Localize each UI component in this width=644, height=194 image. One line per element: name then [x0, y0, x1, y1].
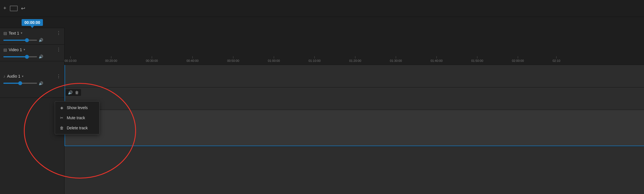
video1-volume-slider[interactable] — [3, 56, 37, 57]
text1-track-content — [65, 65, 644, 87]
mute-track-item[interactable]: ✂ Mute track — [55, 113, 99, 123]
mute-track-icon: ✂ — [59, 116, 64, 120]
audio-track-icon: ♪ — [3, 74, 5, 78]
undo-button[interactable]: ↩ — [21, 5, 25, 12]
ruler-mark-5: 01:00:00 — [268, 56, 280, 62]
delete-track-item[interactable]: 🗑 Delete track — [55, 123, 99, 133]
playhead-line-text1 — [65, 65, 65, 87]
audio-waveform: // Generate waveform bars (function(){ v… — [65, 110, 644, 146]
ruler-mark-7: 01:20:00 — [349, 56, 361, 62]
audio1-track-content: // Generate waveform bars (function(){ v… — [65, 110, 644, 146]
audio1-volume-icon: 🔊 — [39, 81, 43, 85]
video1-dropdown-btn[interactable]: ▾ — [24, 48, 25, 51]
ruler-mark-8: 01:30:00 — [390, 56, 402, 62]
mute-track-label: Mute track — [67, 116, 85, 120]
video1-menu-btn[interactable]: ⋮ — [56, 47, 61, 52]
show-levels-label: Show levels — [67, 105, 88, 110]
text1-track-name: Text 1 — [9, 31, 19, 35]
audio1-dropdown-btn[interactable]: ▾ — [22, 75, 24, 78]
text-track-icon: ▤ — [3, 31, 7, 35]
track-label-text1: ▤ Text 1 ▾ ⋮ 🔊 — [0, 28, 65, 45]
show-levels-item[interactable]: ◈ Show levels — [55, 103, 99, 113]
text1-volume-slider[interactable] — [3, 40, 37, 41]
ruler-mark-6: 01:10:00 — [309, 56, 321, 62]
empty-timeline-area — [65, 146, 644, 194]
delete-track-icon: 🗑 — [59, 126, 64, 130]
track-label-video1: ▤ Video 1 ▾ ⋮ 🔊 — [0, 45, 65, 61]
video1-volume-icon: 🔊 — [39, 55, 43, 59]
add-button[interactable]: + — [3, 5, 6, 11]
text1-volume-icon: 🔊 — [39, 38, 43, 42]
playhead-time: 00:00:00 — [22, 19, 43, 26]
video1-inline-controls: 🔊 🗑 — [66, 89, 81, 96]
text1-dropdown-btn[interactable]: ▾ — [21, 31, 22, 35]
show-levels-icon: ◈ — [59, 105, 64, 110]
text1-menu-btn[interactable]: ⋮ — [56, 30, 61, 36]
ruler-mark-10: 01:50:00 — [471, 56, 483, 62]
ruler-mark-3: 00:40:00 — [187, 56, 199, 62]
video1-track-content: 🔊 🗑 — [65, 87, 644, 110]
video1-volume-btn[interactable]: 🔊 — [68, 90, 73, 95]
ruler-mark-1: 00:20:00 — [105, 56, 117, 62]
video-track-icon: ▤ — [3, 48, 7, 52]
context-menu: ◈ Show levels ✂ Mute track 🗑 Delete trac… — [55, 101, 100, 134]
ruler-mark-12: 02:10 — [553, 56, 560, 62]
audio1-track-name: Audio 1 — [7, 74, 20, 78]
ruler-mark-9: 01:40:00 — [431, 56, 443, 62]
svg-rect-0 — [65, 110, 644, 146]
video1-delete-btn[interactable]: 🗑 — [75, 90, 79, 95]
timeline-area: 00:10:00 00:20:00 00:30:00 00:40:00 00:5… — [65, 17, 644, 194]
delete-track-label: Delete track — [67, 126, 88, 130]
ruler-mark-4: 00:50:00 — [227, 56, 239, 62]
ruler-mark-0: 00:10:00 — [65, 56, 77, 62]
ruler: 00:10:00 00:20:00 00:30:00 00:40:00 00:5… — [65, 17, 644, 65]
audio1-menu-btn[interactable]: ⋮ — [56, 74, 61, 79]
toolbar: + ↩ — [0, 0, 644, 17]
ruler-mark-11: 02:00:00 — [512, 56, 524, 62]
audio1-volume-slider[interactable] — [3, 83, 37, 84]
storyboard-icon — [10, 6, 18, 11]
audio-bottom-line — [65, 146, 644, 146]
playhead-header: 00:00:00 — [0, 17, 65, 28]
ruler-mark-2: 00:30:00 — [146, 56, 158, 62]
video1-track-name: Video 1 — [9, 48, 22, 52]
track-label-audio1: ♪ Audio 1 ▾ ⋮ 🔊 — [0, 61, 65, 98]
